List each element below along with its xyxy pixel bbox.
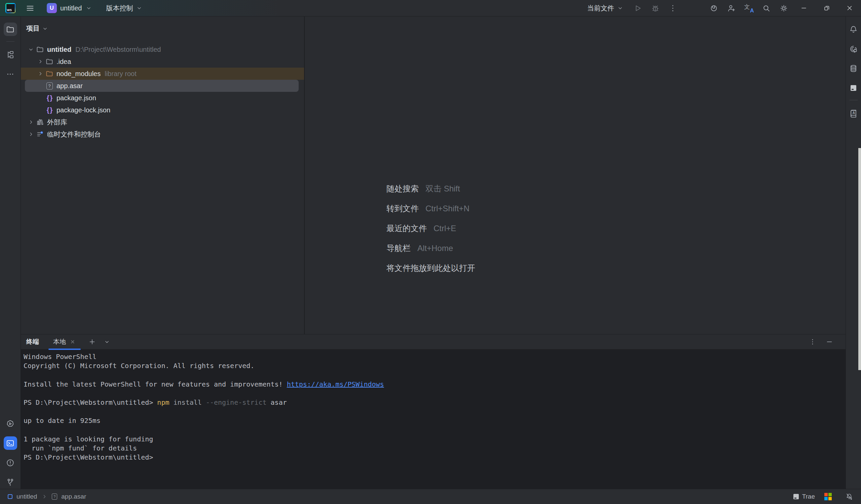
settings-gear-icon[interactable] xyxy=(775,0,792,16)
trae-icon[interactable] xyxy=(793,494,799,499)
titlebar-right: 当前文件 文 A xyxy=(587,0,861,16)
chevron-down-icon xyxy=(85,5,92,11)
run-tool-button[interactable] xyxy=(4,417,17,430)
statusbar-right: Trae xyxy=(793,493,853,501)
tree-row-package-lock-json[interactable]: { } package-lock.json xyxy=(21,104,304,116)
tree-row-node-modules[interactable]: node_modules library root xyxy=(21,68,304,80)
ms-red xyxy=(824,493,828,496)
run-configuration-widget[interactable]: 当前文件 xyxy=(587,4,624,13)
shortcut-keys: Ctrl+Shift+N xyxy=(425,204,469,213)
editor-area: 随处搜索 双击 Shift 转到文件 Ctrl+Shift+N 最近的文件 Ct… xyxy=(305,16,846,334)
breadcrumb-project[interactable]: untitled xyxy=(16,493,37,500)
tree-row-idea[interactable]: .idea xyxy=(21,55,304,68)
microsoft-logo-icon[interactable] xyxy=(824,493,832,500)
unknown-file-icon: ? xyxy=(45,82,54,90)
titlebar-left: WS U untitled 版本控制 xyxy=(0,3,142,13)
chevron-down-icon[interactable] xyxy=(26,46,36,53)
console-cmd-npm: npm xyxy=(157,398,169,406)
unknown-file-icon: ? xyxy=(52,493,57,500)
terminal-panel: 终端 本地 Windows PowerShell Copyright (C) M… xyxy=(21,334,846,489)
chevron-right-icon[interactable] xyxy=(36,70,45,77)
tree-label: package.json xyxy=(56,94,96,102)
terminal-tool-button[interactable] xyxy=(4,436,17,450)
translate-zh: 文 xyxy=(744,3,750,11)
terminal-output[interactable]: Windows PowerShell Copyright (C) Microso… xyxy=(21,350,846,462)
console-link[interactable]: https://aka.ms/PSWindows xyxy=(287,380,384,388)
restore-icon[interactable] xyxy=(815,0,838,16)
chevron-down-icon[interactable] xyxy=(104,339,110,345)
search-icon[interactable] xyxy=(757,0,775,16)
ai-assistant-icon[interactable] xyxy=(705,0,722,16)
shortcut-row: 随处搜索 双击 Shift xyxy=(386,179,482,199)
translate-icon[interactable]: 文 A xyxy=(740,0,757,16)
console-cmd-flag: --engine-strict xyxy=(206,398,267,406)
git-tool-button[interactable] xyxy=(4,475,17,489)
close-icon[interactable] xyxy=(69,339,76,345)
hamburger-icon[interactable] xyxy=(26,4,35,13)
dictionary-tool-button[interactable]: A xyxy=(847,106,860,120)
shortcut-label: 随处搜索 xyxy=(386,183,419,194)
project-panel-header[interactable]: 项目 xyxy=(26,24,49,33)
trae-tool-button[interactable] xyxy=(847,81,860,95)
breadcrumb: untitled ? app.asar xyxy=(8,493,86,500)
more-tool-windows-button[interactable] xyxy=(4,67,17,81)
statusbar: untitled ? app.asar Trae xyxy=(0,489,861,504)
shortcut-label: 最近的文件 xyxy=(386,223,427,234)
tree-row-app-asar[interactable]: ? app.asar xyxy=(25,80,299,92)
project-tree: untitled D:\Project\Webstorm\untitled .i… xyxy=(21,43,304,140)
notifications-tool-button[interactable] xyxy=(847,23,860,36)
close-icon[interactable] xyxy=(838,0,861,16)
tree-row-untitled[interactable]: untitled D:\Project\Webstorm\untitled xyxy=(21,43,304,55)
svg-text:A: A xyxy=(852,111,855,115)
hide-panel-icon[interactable] xyxy=(825,338,833,346)
terminal-tab-local[interactable]: 本地 xyxy=(49,335,81,350)
translate-a: A xyxy=(750,8,754,14)
ai-chat-tool-button[interactable] xyxy=(847,42,860,55)
console-line: up to date in 925ms xyxy=(24,417,100,425)
chevron-right-icon[interactable] xyxy=(26,119,36,125)
project-widget[interactable]: U untitled xyxy=(47,3,92,13)
chevron-right-icon[interactable] xyxy=(36,58,45,65)
tree-row-external-libraries[interactable]: 外部库 xyxy=(21,116,304,128)
tree-row-scratches[interactable]: 临时文件和控制台 xyxy=(21,128,304,140)
folder-icon xyxy=(45,70,54,78)
shortcut-label: 转到文件 xyxy=(386,203,419,214)
breadcrumb-file[interactable]: app.asar xyxy=(61,493,86,500)
database-tool-button[interactable] xyxy=(847,62,860,75)
overlay-scrollbar[interactable] xyxy=(858,148,861,370)
shortcut-label: 导航栏 xyxy=(386,243,411,254)
project-panel: 项目 untitled D:\Project\Webstorm\untitled… xyxy=(21,16,304,334)
new-terminal-button[interactable] xyxy=(88,338,96,346)
minimize-icon[interactable] xyxy=(792,0,815,16)
git-branch-icon xyxy=(6,478,15,487)
structure-icon xyxy=(6,50,15,59)
shortcut-row: 将文件拖放到此处以打开 xyxy=(386,258,482,278)
question-glyph: ? xyxy=(46,82,53,90)
bell-muted-icon[interactable] xyxy=(845,493,853,501)
project-tool-button[interactable] xyxy=(4,23,17,36)
terminal-header-actions xyxy=(808,338,846,346)
problems-tool-button[interactable] xyxy=(4,456,17,469)
tree-row-package-json[interactable]: { } package.json xyxy=(21,92,304,104)
run-icon xyxy=(6,419,15,428)
debug-button[interactable] xyxy=(646,0,664,16)
console-prompt: PS D:\Project\Webstorm\untitled> xyxy=(24,453,153,461)
left-tool-stripe xyxy=(0,16,21,489)
add-user-icon[interactable] xyxy=(722,0,740,16)
kebab-icon[interactable] xyxy=(664,0,681,16)
json-braces-icon: { } xyxy=(45,94,54,102)
tree-label: .idea xyxy=(56,58,71,66)
ms-yellow xyxy=(829,497,832,500)
library-icon xyxy=(36,118,44,126)
tree-label: package-lock.json xyxy=(56,106,110,114)
tree-label: app.asar xyxy=(56,82,83,90)
folder-icon xyxy=(36,45,44,54)
trae-label[interactable]: Trae xyxy=(802,493,815,500)
folder-icon xyxy=(6,25,15,34)
run-button[interactable] xyxy=(629,0,646,16)
commit-tool-button[interactable] xyxy=(4,48,17,61)
chevron-right-icon[interactable] xyxy=(26,131,36,138)
braces-glyph: { } xyxy=(47,94,53,102)
vcs-widget[interactable]: 版本控制 xyxy=(106,4,142,13)
kebab-icon[interactable] xyxy=(808,338,817,346)
